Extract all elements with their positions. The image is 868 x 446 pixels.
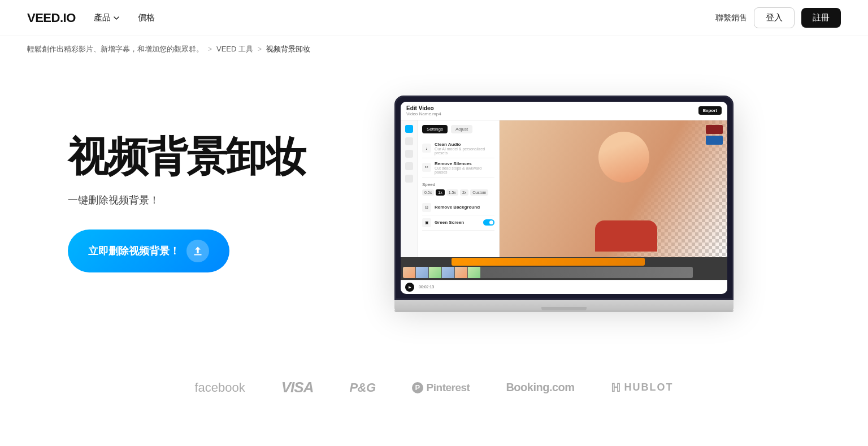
laptop-notch [541, 307, 587, 310]
remove-silences-text: Remove Silences Cut dead stops & awkward… [435, 161, 494, 174]
panel-tabs: Settings Adjust [422, 125, 494, 133]
editor-panel: Settings Adjust ♪ Clean Audio Our AI mod… [418, 120, 500, 257]
sidebar-icon-1[interactable] [405, 137, 413, 145]
editor-subtitle: Video Name.mp4 [406, 111, 441, 116]
hero-content: 视频背景卸妆 一键删除视频背景！ 立即删除视频背景！ [68, 135, 305, 272]
register-button[interactable]: 註冊 [801, 8, 841, 28]
laptop-screen: Edit Video Video Name.mp4 Export [394, 96, 734, 300]
editor-mock: Edit Video Video Name.mp4 Export [401, 102, 727, 294]
breadcrumb-tools[interactable]: VEED 工具 [216, 44, 253, 54]
breadcrumb: 輕鬆創作出精彩影片、新增字幕，和增加您的觀眾群。 > VEED 工具 > 视频背… [0, 36, 868, 62]
brands-section: facebook VISA P&G P Pinterest Booking.co… [0, 356, 868, 419]
sidebar-icon-2[interactable] [405, 150, 413, 158]
breadcrumb-root[interactable]: 輕鬆創作出精彩影片、新增字幕，和增加您的觀眾群。 [27, 44, 203, 54]
navbar-left: VEED.IO 產品 價格 [27, 11, 155, 25]
contact-sales-button[interactable]: 聯繫銷售 [715, 13, 747, 23]
tab-settings[interactable]: Settings [422, 125, 448, 133]
sidebar-icon-active[interactable] [405, 125, 413, 133]
pinterest-icon: P [412, 382, 423, 393]
brand-booking: Booking.com [506, 381, 574, 394]
panel-item-green-screen: ▣ Green Screen [422, 215, 494, 231]
breadcrumb-sep-2: > [258, 45, 262, 53]
svg-rect-0 [194, 254, 201, 255]
panel-item-remove-bg: ⊡ Remove Background [422, 200, 494, 215]
canvas-shirt [595, 220, 657, 252]
export-button[interactable]: Export [698, 106, 722, 115]
brand-visa: VISA [281, 379, 314, 396]
hero-title: 视频背景卸妆 [68, 135, 305, 179]
remove-bg-icon: ⊡ [422, 203, 431, 212]
decor-book-2 [706, 136, 723, 145]
upload-arrow-icon [192, 245, 203, 257]
decor-book-1 [706, 125, 723, 134]
editor-title: Edit Video [406, 105, 441, 111]
logo[interactable]: VEED.IO [27, 11, 76, 25]
brand-facebook: facebook [194, 380, 245, 395]
clean-audio-text: Clean Audio Our AI model & personalized … [435, 142, 494, 155]
timeline-time: 00:02:13 [419, 285, 434, 289]
hero-subtitle: 一键删除视频背景！ [68, 193, 305, 207]
nav-pricing[interactable]: 價格 [138, 12, 155, 23]
editor-header: Edit Video Video Name.mp4 Export [401, 102, 727, 120]
canvas-face [598, 132, 649, 183]
laptop-mockup: Edit Video Video Name.mp4 Export [394, 96, 734, 312]
brand-hublot: ℍ HUBLOT [611, 381, 674, 395]
timeline-controls: 00:02:13 [401, 280, 727, 294]
breadcrumb-sep-1: > [208, 45, 212, 53]
nav-products[interactable]: 產品 [94, 12, 120, 23]
speed-0-5x[interactable]: 0.5x [422, 189, 434, 196]
editor-canvas [500, 120, 727, 257]
login-button[interactable]: 登入 [754, 7, 795, 28]
laptop-base [394, 300, 734, 310]
cta-button[interactable]: 立即删除视频背景！ [68, 230, 229, 272]
thumb-5 [455, 267, 467, 278]
speed-buttons: 0.5x 1x 1.5x 2x Custom [422, 189, 494, 196]
hero-image: Edit Video Video Name.mp4 Export [305, 96, 823, 312]
thumb-2 [416, 267, 428, 278]
laptop-foot [394, 310, 734, 312]
editor-body: Settings Adjust ♪ Clean Audio Our AI mod… [401, 120, 727, 257]
track-thumbnails [403, 267, 693, 278]
hublot-symbol: ℍ [611, 381, 622, 395]
panel-item-clean-audio: ♪ Clean Audio Our AI model & personalize… [422, 139, 494, 158]
clean-audio-icon: ♪ [422, 144, 431, 153]
upload-icon [186, 240, 209, 262]
laptop-inner: Edit Video Video Name.mp4 Export [401, 102, 727, 294]
navbar: VEED.IO 產品 價格 聯繫銷售 登入 註冊 [0, 0, 868, 36]
remove-silences-icon: ✂ [422, 163, 431, 172]
track-audio[interactable] [452, 258, 645, 266]
remove-bg-text: Remove Background [435, 205, 480, 210]
timeline: 00:02:13 [401, 257, 727, 294]
brand-pg: P&G [349, 380, 375, 395]
navbar-right: 聯繫銷售 登入 註冊 [715, 7, 841, 28]
editor-title-group: Edit Video Video Name.mp4 [406, 105, 441, 116]
speed-section: Speed 0.5x 1x 1.5x 2x Custom [422, 182, 494, 196]
sidebar-icon-4[interactable] [405, 175, 413, 183]
thumb-6 [468, 267, 480, 278]
speed-label: Speed [422, 182, 494, 187]
cta-label: 立即删除视频背景！ [88, 244, 180, 258]
hero-section: 视频背景卸妆 一键删除视频背景！ 立即删除视频背景！ [0, 62, 868, 356]
canvas-bg-decor [706, 125, 723, 145]
editor-sidebar [401, 120, 418, 257]
chevron-down-icon [113, 15, 120, 21]
timeline-tracks [401, 257, 727, 280]
speed-1-5x[interactable]: 1.5x [446, 189, 458, 196]
speed-1x[interactable]: 1x [436, 189, 444, 196]
thumb-4 [442, 267, 454, 278]
speed-custom[interactable]: Custom [470, 189, 488, 196]
thumb-1 [403, 267, 415, 278]
green-screen-toggle[interactable] [483, 219, 494, 226]
tab-adjust[interactable]: Adjust [451, 125, 472, 133]
speed-2x[interactable]: 2x [460, 189, 468, 196]
breadcrumb-current: 视频背景卸妆 [266, 44, 310, 54]
green-screen-text: Green Screen [435, 220, 480, 225]
play-button[interactable] [405, 283, 414, 292]
panel-item-remove-silences: ✂ Remove Silences Cut dead stops & awkwa… [422, 158, 494, 177]
sidebar-icon-3[interactable] [405, 162, 413, 170]
brand-pinterest: P Pinterest [412, 382, 470, 394]
green-screen-icon: ▣ [422, 218, 431, 227]
thumb-3 [429, 267, 441, 278]
